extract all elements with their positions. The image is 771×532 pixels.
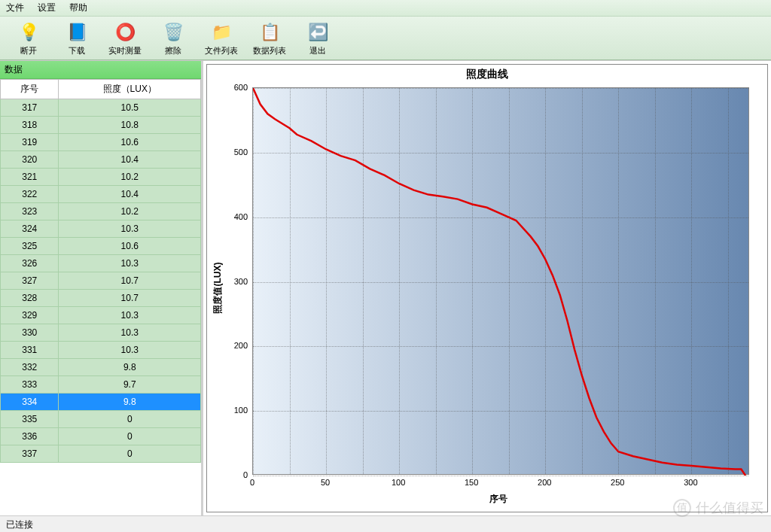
table-row[interactable]: 32510.6 xyxy=(1,238,201,255)
y-tick: 400 xyxy=(225,212,248,221)
trash-icon: 🗑️ xyxy=(161,20,185,44)
status-bar: 已连接 xyxy=(0,515,771,532)
x-tick: 200 xyxy=(538,478,551,487)
exit-icon: ↩️ xyxy=(306,20,330,44)
menu-settings[interactable]: 设置 xyxy=(38,2,56,14)
x-tick: 300 xyxy=(684,478,697,487)
table-row[interactable]: 3370 xyxy=(1,445,201,463)
table-row[interactable]: 3349.8 xyxy=(1,394,201,411)
table-row[interactable]: 32010.4 xyxy=(1,151,201,169)
status-text: 已连接 xyxy=(6,519,33,530)
x-tick: 250 xyxy=(611,478,624,487)
table-row[interactable]: 31910.6 xyxy=(1,134,201,151)
chart-line xyxy=(253,88,750,476)
y-tick: 300 xyxy=(225,277,248,286)
table-row[interactable]: 32710.7 xyxy=(1,272,201,290)
y-tick: 100 xyxy=(225,406,248,415)
y-tick: 200 xyxy=(225,341,248,350)
chart-panel: 照度曲线 05010015020025030001002003004005006… xyxy=(203,61,771,515)
data-panel: 数据 序号 照度（LUX） 31710.531810.831910.632010… xyxy=(0,61,203,515)
col-seq[interactable]: 序号 xyxy=(1,80,59,99)
table-row[interactable]: 3350 xyxy=(1,411,201,428)
x-tick: 0 xyxy=(250,478,254,487)
y-tick: 0 xyxy=(225,470,248,479)
table-row[interactable]: 3329.8 xyxy=(1,359,201,376)
book-icon: 📘 xyxy=(65,20,89,44)
table-row[interactable]: 32110.2 xyxy=(1,169,201,186)
table-row[interactable]: 32810.7 xyxy=(1,290,201,307)
bulb-icon: 💡 xyxy=(17,20,41,44)
filelist-button[interactable]: 📁 文件列表 xyxy=(199,19,244,58)
table-row[interactable]: 3339.7 xyxy=(1,376,201,394)
x-tick: 150 xyxy=(465,478,478,487)
plot-area xyxy=(252,87,749,475)
toolbar: 💡 断开 📘 下载 ⭕ 实时测量 🗑️ 擦除 📁 文件列表 📋 数据列表 ↩️ … xyxy=(0,17,771,60)
data-table[interactable]: 序号 照度（LUX） 31710.531810.831910.632010.43… xyxy=(0,79,201,515)
table-row[interactable]: 31710.5 xyxy=(1,99,201,117)
datalist-button[interactable]: 📋 数据列表 xyxy=(247,19,292,58)
download-button[interactable]: 📘 下载 xyxy=(54,19,99,58)
y-axis-label: 照度值(LUX) xyxy=(212,262,224,313)
table-row[interactable]: 32210.4 xyxy=(1,186,201,203)
table-row[interactable]: 33010.3 xyxy=(1,324,201,342)
menu-file[interactable]: 文件 xyxy=(6,2,24,14)
panel-title: 数据 xyxy=(0,61,201,79)
table-row[interactable]: 32310.2 xyxy=(1,203,201,220)
folder-icon: 📁 xyxy=(209,20,233,44)
menubar: 文件 设置 帮助 xyxy=(0,0,771,17)
x-tick: 50 xyxy=(321,478,330,487)
disconnect-button[interactable]: 💡 断开 xyxy=(6,19,51,58)
table-row[interactable]: 32610.3 xyxy=(1,255,201,272)
table-row[interactable]: 32910.3 xyxy=(1,307,201,324)
table-row[interactable]: 3360 xyxy=(1,428,201,445)
table-row[interactable]: 31810.8 xyxy=(1,117,201,134)
chart: 照度曲线 05010015020025030001002003004005006… xyxy=(206,64,768,512)
erase-button[interactable]: 🗑️ 擦除 xyxy=(151,19,196,58)
col-lux[interactable]: 照度（LUX） xyxy=(59,80,201,99)
x-tick: 100 xyxy=(392,478,405,487)
x-axis-label: 序号 xyxy=(489,493,507,506)
table-row[interactable]: 32410.3 xyxy=(1,220,201,238)
main-area: 数据 序号 照度（LUX） 31710.531810.831910.632010… xyxy=(0,60,771,515)
lifebuoy-icon: ⭕ xyxy=(113,20,137,44)
table-icon: 📋 xyxy=(258,20,282,44)
y-tick: 500 xyxy=(225,147,248,157)
table-row[interactable]: 33110.3 xyxy=(1,342,201,359)
y-tick: 600 xyxy=(225,83,248,92)
exit-button[interactable]: ↩️ 退出 xyxy=(295,19,340,58)
realtime-button[interactable]: ⭕ 实时测量 xyxy=(102,19,148,58)
menu-help[interactable]: 帮助 xyxy=(69,2,87,14)
chart-title: 照度曲线 xyxy=(207,65,767,84)
